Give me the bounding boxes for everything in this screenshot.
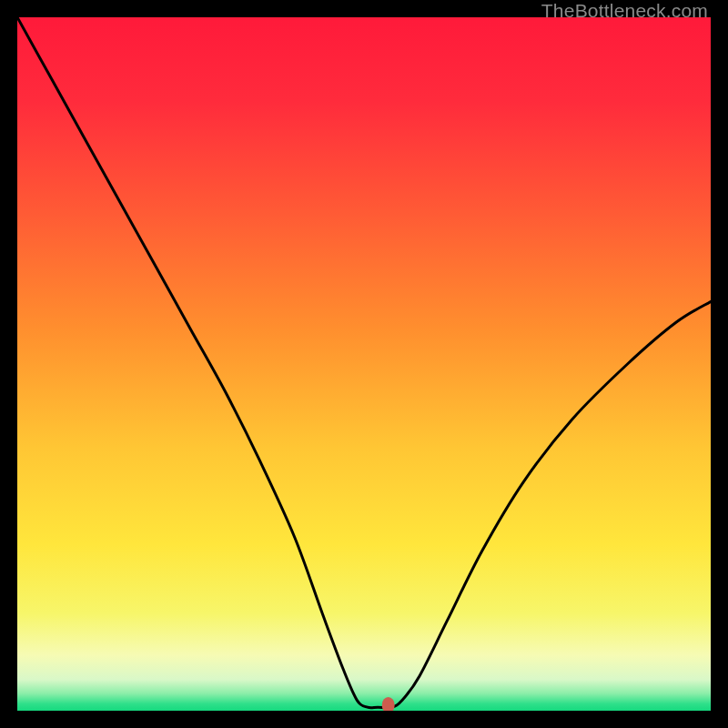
chart-frame xyxy=(17,17,711,711)
watermark-text: TheBottleneck.com xyxy=(541,0,708,22)
chart-svg xyxy=(17,17,711,711)
gradient-background xyxy=(17,17,711,711)
